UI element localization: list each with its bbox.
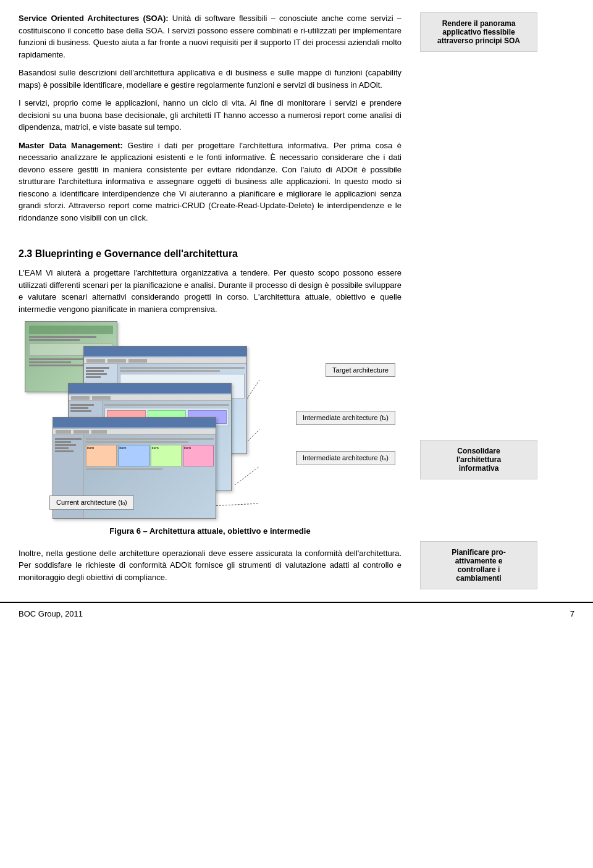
- section23-heading: 2.3 Blueprinting e Governance dell'archi…: [19, 248, 402, 259]
- section23-para1: L'EAM Vi aiuterà a progettare l'architet…: [19, 267, 402, 315]
- soa-para3: I servizi, proprio come le applicazioni,…: [19, 97, 402, 133]
- footer: BOC Group, 2011 7: [0, 602, 593, 625]
- footer-page: 7: [570, 609, 574, 618]
- mdm-heading-rest: Gestire i dati per progettare l'architet…: [19, 141, 402, 222]
- sidebar-box-soa: Rendere il panorama applicativo flessibi…: [420, 12, 537, 52]
- sidebar-box-soa-line1: Rendere il panorama: [428, 19, 529, 28]
- mdm-paragraph: Master Data Management: Gestire i dati p…: [19, 140, 402, 224]
- left-column: Service Oriented Architectures (SOA): Un…: [19, 12, 414, 230]
- section1-area: Service Oriented Architectures (SOA): Un…: [0, 12, 593, 230]
- label-target: Target architecture: [326, 363, 395, 377]
- sidebar-box3-line1: Pianificare pro-: [428, 548, 529, 557]
- sidebar-box-soa-line2: applicativo flessibile: [428, 28, 529, 36]
- section23-area: 2.3 Blueprinting e Governance dell'archi…: [0, 230, 593, 589]
- right-column-1: Rendere il panorama applicativo flessibi…: [414, 12, 537, 230]
- svg-line-5: [235, 466, 259, 485]
- sidebar-box2-line2: l'architettura: [428, 455, 529, 464]
- sidebar-box3-line3: controllare i: [428, 565, 529, 574]
- footer-company: BOC Group, 2011: [19, 609, 83, 618]
- soa-para2: Basandosi sulle descrizioni dell'archite…: [19, 67, 402, 91]
- sidebar-box2-line1: Consolidare: [428, 447, 529, 455]
- page: Service Oriented Architectures (SOA): Un…: [0, 0, 593, 868]
- architecture-diagram: item item item item Target architecture …: [25, 321, 395, 519]
- sidebar-box-pianificare: Pianificare pro- attivamente e controlla…: [420, 541, 537, 589]
- sidebar-box-consolidare: Consolidare l'architettura informativa: [420, 440, 537, 479]
- mdm-heading-bold: Master Data Management:: [19, 141, 123, 150]
- label-inter2: Intermediate architecture (t₂): [296, 411, 395, 425]
- sidebar-box3-line2: attivamente e: [428, 557, 529, 565]
- label-current: Current architecture (t₀): [49, 495, 134, 510]
- figure-caption: Figura 6 – Architettura attuale, obietti…: [19, 525, 402, 537]
- soa-heading-bold: Service Oriented Architectures (SOA):: [19, 14, 169, 23]
- sidebar-box-soa-line3: attraverso principi SOA: [428, 36, 529, 45]
- right-column-2: Consolidare l'architettura informativa P…: [414, 230, 537, 589]
- sidebar-box3-line4: cambiamenti: [428, 574, 529, 583]
- label-inter1: Intermediate architecture (t₁): [296, 451, 395, 465]
- section23-para2: Inoltre, nella gestione delle architettu…: [19, 547, 402, 584]
- sidebar-box2-line3: informativa: [428, 464, 529, 473]
- left-col-23: 2.3 Blueprinting e Governance dell'archi…: [19, 230, 414, 589]
- soa-paragraph: Service Oriented Architectures (SOA): Un…: [19, 12, 402, 61]
